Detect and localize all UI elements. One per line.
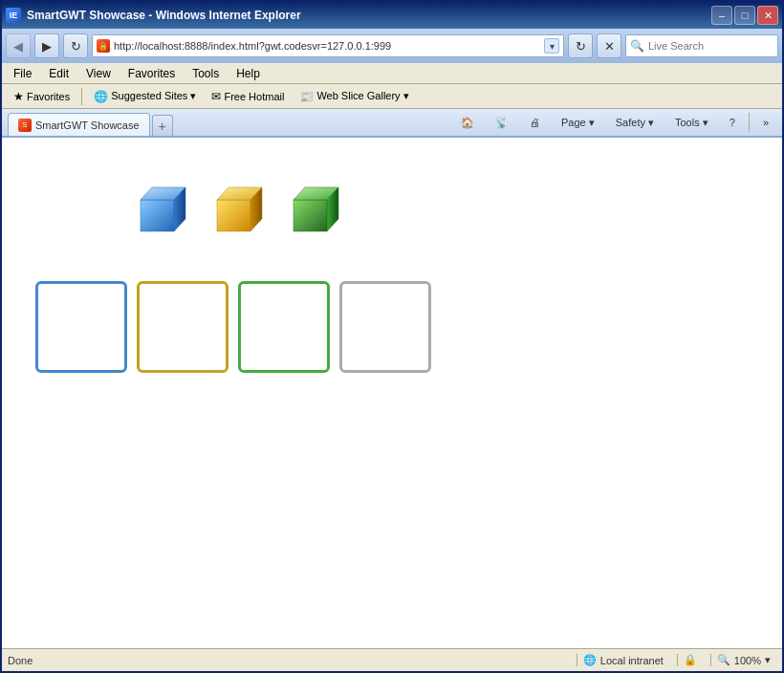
page-button[interactable]: Page ▾	[554, 114, 602, 132]
suggested-sites-button[interactable]: 🌐 Suggested Sites ▾	[88, 88, 202, 105]
menu-favorites[interactable]: Favorites	[120, 65, 183, 82]
boxes-row	[35, 281, 763, 373]
lock-icon: 🔒	[684, 654, 697, 666]
tab-smartgwt[interactable]: S SmartGWT Showcase	[8, 113, 150, 136]
green-cube	[279, 176, 346, 243]
yellow-cube	[203, 176, 270, 243]
free-hotmail-button[interactable]: ✉ Free Hotmail	[206, 88, 290, 105]
maximize-button[interactable]: □	[734, 6, 755, 25]
menu-file[interactable]: File	[6, 65, 39, 82]
address-input-wrap: 🔒 http://localhost:8888/index.html?gwt.c…	[92, 34, 564, 57]
address-bar: ◀ ▶ ↻ 🔒 http://localhost:8888/index.html…	[2, 29, 782, 63]
search-box: 🔍 ▾	[625, 34, 778, 57]
box-blue	[35, 281, 127, 373]
page-label: Page ▾	[561, 117, 595, 129]
menu-bar: File Edit View Favorites Tools Help	[2, 63, 782, 84]
toolbar-separator	[749, 113, 750, 132]
print-icon: 🖨	[530, 117, 540, 128]
status-text: Done	[8, 655, 33, 666]
menu-tools[interactable]: Tools	[185, 65, 227, 82]
status-bar: Done 🌐 Local intranet 🔒 🔍 100% ▾	[2, 648, 782, 671]
home-button[interactable]: 🏠	[453, 114, 482, 132]
page-favicon: 🔒	[97, 39, 110, 53]
stop-button[interactable]: ✕	[597, 33, 621, 58]
rss-button[interactable]: 📡	[488, 114, 516, 132]
address-dropdown[interactable]: ▾	[544, 38, 559, 54]
zone-section: 🌐 Local intranet	[577, 654, 669, 666]
tab-bar: S SmartGWT Showcase + 🏠 📡 🖨 Page ▾ Safet…	[2, 109, 782, 138]
web-slice-button[interactable]: 📰 Web Slice Gallery ▾	[294, 88, 414, 105]
favorites-bar: ★ Favorites 🌐 Suggested Sites ▾ ✉ Free H…	[2, 84, 782, 109]
forward-button[interactable]: ▶	[34, 33, 59, 58]
zoom-dropdown-icon: ▾	[765, 654, 771, 666]
menu-edit[interactable]: Edit	[41, 65, 76, 82]
fav-separator-1	[81, 88, 82, 105]
content-area	[2, 138, 782, 648]
tools-label: Tools ▾	[675, 117, 708, 129]
favorites-icon: ★	[13, 90, 24, 103]
box-green	[238, 281, 330, 373]
home-icon: 🏠	[461, 117, 474, 129]
tab-favicon: S	[18, 119, 32, 132]
cubes-row	[126, 176, 763, 243]
blue-cube	[126, 176, 193, 243]
zoom-section[interactable]: 🔍 100% ▾	[710, 654, 776, 666]
svg-marker-3	[217, 200, 250, 231]
web-slice-label: Web Slice Gallery ▾	[316, 90, 408, 102]
zone-text: Local intranet	[600, 655, 664, 666]
address-text[interactable]: http://localhost:8888/index.html?gwt.cod…	[114, 40, 540, 52]
tab-label: SmartGWT Showcase	[35, 119, 140, 131]
refresh-button[interactable]: ↻	[63, 33, 88, 58]
help-button[interactable]: ?	[722, 114, 743, 131]
hotmail-icon: ✉	[211, 90, 221, 103]
svg-marker-6	[294, 200, 327, 231]
favorites-button[interactable]: ★ Favorites	[8, 88, 76, 105]
zoom-level: 100%	[734, 655, 761, 666]
toolbar-expand[interactable]: »	[755, 114, 776, 131]
refresh-alt-button[interactable]: ↻	[568, 33, 593, 58]
hotmail-label: Free Hotmail	[224, 91, 284, 102]
new-tab-button[interactable]: +	[152, 115, 173, 136]
zoom-icon: 🔍	[717, 654, 730, 666]
close-button[interactable]: ✕	[757, 6, 778, 25]
box-gray	[339, 281, 431, 373]
zone-icon: 🌐	[583, 654, 597, 666]
help-label: ?	[730, 117, 735, 128]
web-slice-icon: 📰	[299, 90, 314, 103]
menu-help[interactable]: Help	[229, 65, 268, 82]
svg-marker-0	[141, 200, 174, 231]
box-yellow	[137, 281, 229, 373]
minimize-button[interactable]: –	[711, 6, 732, 25]
safety-button[interactable]: Safety ▾	[608, 114, 662, 132]
menu-view[interactable]: View	[78, 65, 119, 82]
back-button[interactable]: ◀	[6, 33, 31, 58]
suggested-sites-icon: 🌐	[94, 90, 108, 103]
search-provider-icon: 🔍	[630, 39, 644, 53]
tools-button[interactable]: Tools ▾	[667, 114, 716, 132]
rss-icon: 📡	[495, 117, 509, 129]
app-icon: IE	[6, 8, 21, 23]
search-input[interactable]	[648, 40, 780, 52]
window-title: SmartGWT Showcase - Windows Internet Exp…	[27, 9, 301, 22]
suggested-sites-label: Suggested Sites ▾	[111, 90, 196, 102]
title-bar: IE SmartGWT Showcase - Windows Internet …	[2, 2, 782, 29]
security-section: 🔒	[677, 654, 703, 666]
safety-label: Safety ▾	[616, 117, 654, 129]
print-button[interactable]: 🖨	[522, 114, 548, 131]
favorites-label: Favorites	[27, 91, 70, 102]
